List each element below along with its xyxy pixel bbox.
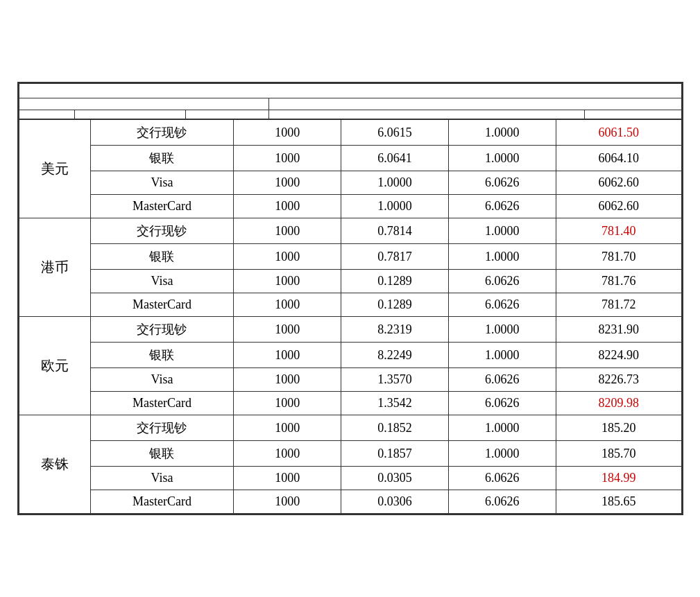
channel-cell: 银联 [90,146,233,171]
rate1-cell: 1.3542 [341,392,449,415]
header-currency [19,110,74,119]
rate1-cell: 0.0305 [341,467,449,490]
amount-cell: 1000 [234,270,341,293]
settlement-cell: 8224.90 [556,343,681,368]
channel-cell: Visa [90,368,233,392]
channel-cell: 银联 [90,441,233,467]
amount-cell: 1000 [234,392,341,415]
rate1-cell: 1.3570 [341,368,449,392]
amount-cell: 1000 [234,244,341,270]
channel-cell: 交行现钞 [90,120,233,146]
settlement-cell: 6062.60 [556,195,681,218]
rate1-cell: 0.0306 [341,490,449,514]
rate1-cell: 0.1289 [341,270,449,293]
table-row: Visa10001.35706.06268226.73 [19,368,681,392]
table-row: Visa10000.12896.0626781.76 [19,270,681,293]
channel-cell: 交行现钞 [90,317,233,343]
amount-cell: 1000 [234,368,341,392]
amount-cell: 1000 [234,467,341,490]
rate2-cell: 1.0000 [448,343,556,368]
rate1-cell: 1.0000 [341,171,449,195]
settlement-cell: 781.72 [556,293,681,317]
main-container: 美元交行现钞10006.06151.00006061.50银联10006.064… [17,82,683,515]
table-row: 银联10000.18571.0000185.70 [19,441,681,467]
rate1-cell: 0.1289 [341,293,449,317]
amount-cell: 1000 [234,293,341,317]
table-row: 港币交行现钞10000.78141.0000781.40 [19,218,681,244]
rate2-cell: 6.0626 [448,171,556,195]
channel-cell: Visa [90,270,233,293]
rate2-cell: 6.0626 [448,270,556,293]
settlement-cell: 781.70 [556,244,681,270]
header-amount [185,110,268,119]
rate1-cell: 0.7817 [341,244,449,270]
maker-label [268,98,681,110]
currency-label: 港币 [19,218,90,317]
rate2-cell: 6.0626 [448,195,556,218]
table-row: MasterCard10001.35426.06268209.98 [19,392,681,415]
settlement-cell: 6061.50 [556,120,681,146]
header-settlement [584,110,681,119]
rate1-cell: 8.2319 [341,317,449,343]
table-row: 银联10006.06411.00006064.10 [19,146,681,171]
rate2-cell: 1.0000 [448,146,556,171]
rate1-cell: 8.2249 [341,343,449,368]
rate1-cell: 0.1857 [341,441,449,467]
amount-cell: 1000 [234,120,341,146]
settlement-cell: 185.70 [556,441,681,467]
rate1-cell: 0.7814 [341,218,449,244]
amount-cell: 1000 [234,441,341,467]
currency-label: 美元 [19,120,90,218]
channel-cell: MasterCard [90,195,233,218]
settlement-cell: 185.20 [556,415,681,441]
currency-label: 泰铢 [19,415,90,514]
rate1-cell: 6.0641 [341,146,449,171]
rate2-cell: 1.0000 [448,415,556,441]
settlement-cell: 185.65 [556,490,681,514]
channel-cell: 交行现钞 [90,415,233,441]
rate1-cell: 1.0000 [341,195,449,218]
table-title [19,84,681,98]
channel-cell: 银联 [90,343,233,368]
table-row: MasterCard10000.03066.0626185.65 [19,490,681,514]
table-row: 美元交行现钞10006.06151.00006061.50 [19,120,681,146]
rate2-cell: 1.0000 [448,244,556,270]
table-row: Visa10000.03056.0626184.99 [19,467,681,490]
settlement-cell: 6064.10 [556,146,681,171]
rate2-cell: 6.0626 [448,368,556,392]
channel-cell: MasterCard [90,392,233,415]
rate2-cell: 6.0626 [448,467,556,490]
channel-cell: Visa [90,467,233,490]
table-row: 泰铢交行现钞10000.18521.0000185.20 [19,415,681,441]
settlement-cell: 6062.60 [556,171,681,195]
amount-cell: 1000 [234,317,341,343]
amount-cell: 1000 [234,218,341,244]
amount-cell: 1000 [234,146,341,171]
settlement-cell: 8231.90 [556,317,681,343]
channel-cell: 交行现钞 [90,218,233,244]
settlement-cell: 8226.73 [556,368,681,392]
settlement-cell: 8209.98 [556,392,681,415]
rate2-cell: 6.0626 [448,490,556,514]
settlement-cell: 781.40 [556,218,681,244]
table-row: MasterCard10001.00006.06266062.60 [19,195,681,218]
header-row [19,110,681,119]
date-maker-row [19,98,681,110]
amount-cell: 1000 [234,490,341,514]
amount-cell: 1000 [234,343,341,368]
currency-label: 欧元 [19,317,90,415]
rate2-cell: 1.0000 [448,218,556,244]
channel-cell: MasterCard [90,293,233,317]
rate2-cell: 1.0000 [448,120,556,146]
table-row: 银联10000.78171.0000781.70 [19,244,681,270]
channel-cell: Visa [90,171,233,195]
title-row [19,84,681,98]
channel-cell: 银联 [90,244,233,270]
rate2-cell: 1.0000 [448,317,556,343]
table-row: Visa10001.00006.06266062.60 [19,171,681,195]
header-channel [74,110,185,119]
header-rate [268,110,584,119]
channel-cell: MasterCard [90,490,233,514]
rate1-cell: 0.1852 [341,415,449,441]
rate1-cell: 6.0615 [341,120,449,146]
